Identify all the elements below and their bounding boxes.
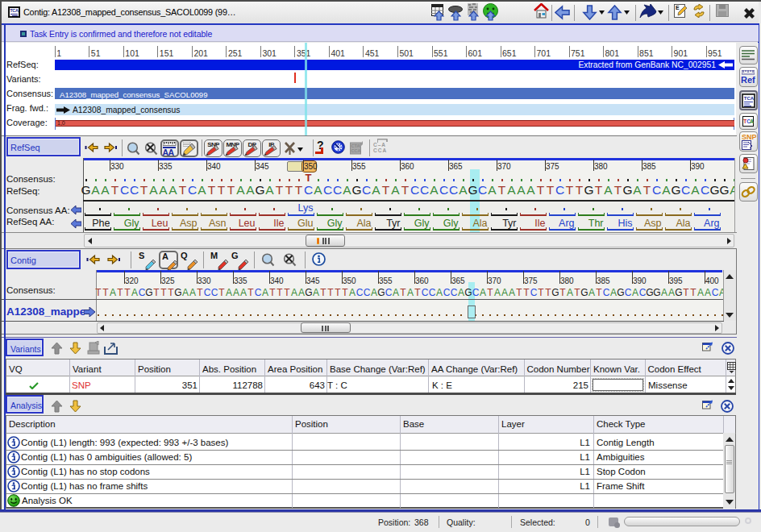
svg-text:A: A xyxy=(750,118,754,124)
svg-text:TCA: TCA xyxy=(744,96,755,101)
